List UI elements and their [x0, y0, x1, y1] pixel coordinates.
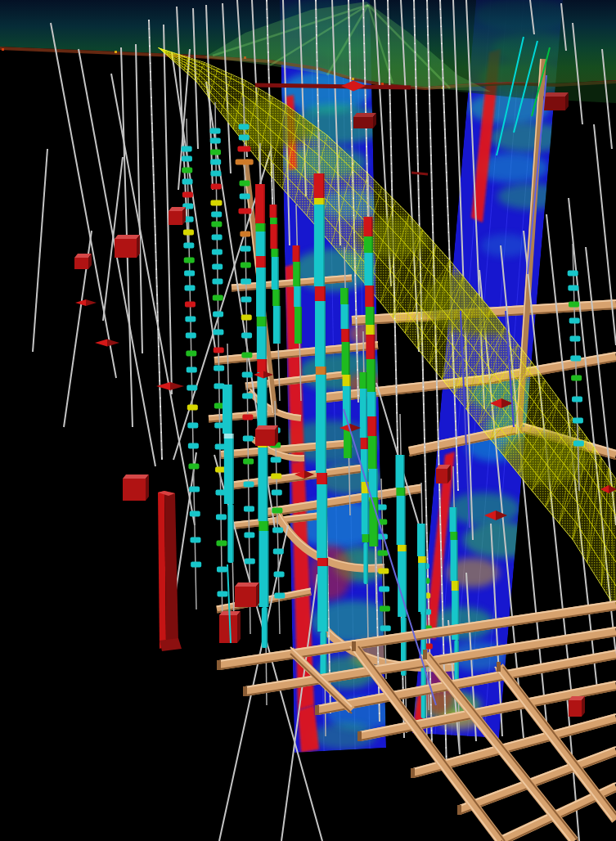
scene-svg — [0, 0, 616, 841]
3d-viewport[interactable] — [0, 0, 616, 841]
